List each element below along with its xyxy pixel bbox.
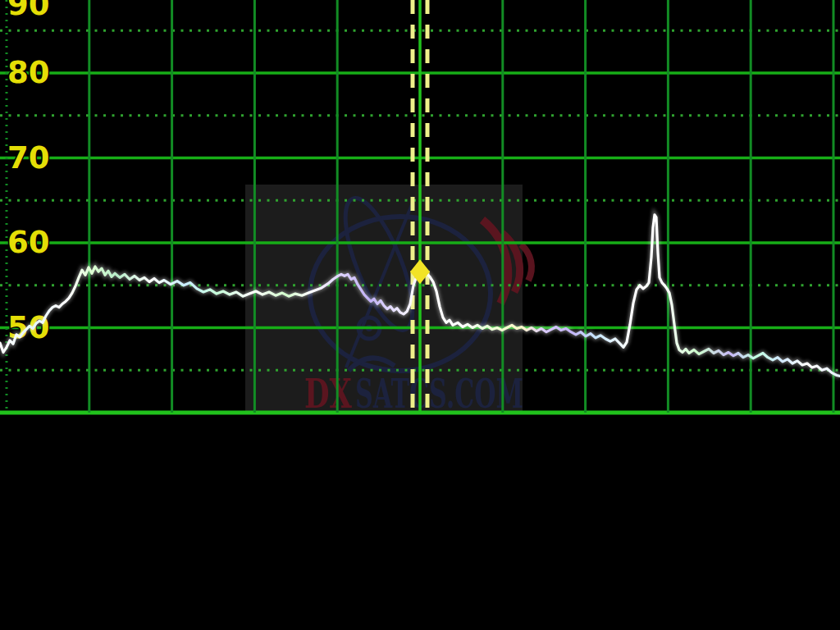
y-tick-label: 80 — [7, 55, 50, 90]
watermark-text-dx: DX — [304, 371, 353, 417]
y-tick-label: 90 — [7, 0, 50, 22]
spectrum-analyzer-screen: DXSATCS.COM9080706050 Pwr 64.2 dBµV C/N … — [0, 0, 840, 630]
y-tick-label: 70 — [7, 140, 50, 176]
status-panel: Pwr 64.2 dBµV C/N 1.7 dB 1500.00 MHz. Pw… — [0, 415, 840, 630]
watermark-text-satcs: SATCS.COM — [355, 371, 523, 417]
spectrum-plot: DXSATCS.COM9080706050 — [0, 0, 840, 420]
y-tick-label: 60 — [7, 225, 50, 260]
y-axis-labels: 9080706050 — [7, 0, 50, 345]
